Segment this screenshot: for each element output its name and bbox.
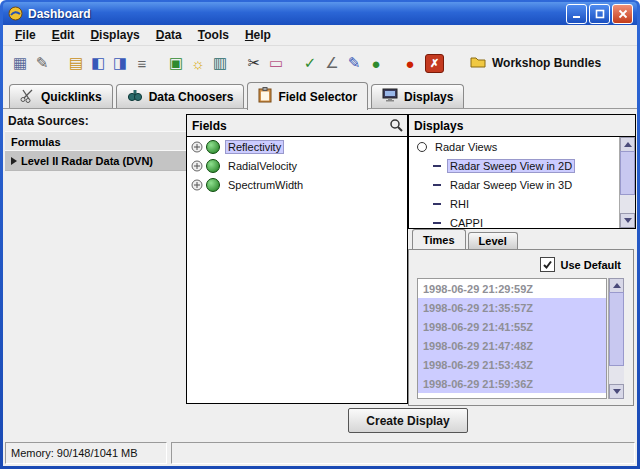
data-sources-header: Data Sources:: [8, 114, 89, 128]
tree-leaf-icon: [433, 184, 441, 186]
open-bundle-icon[interactable]: ▤: [65, 52, 87, 74]
fields-panel-header: Fields: [187, 115, 407, 137]
use-default-checkbox[interactable]: [540, 257, 555, 272]
scroll-down-icon[interactable]: [609, 384, 624, 399]
draw-icon[interactable]: ✎: [343, 52, 365, 74]
tab-data-choosers[interactable]: Data Choosers: [116, 84, 245, 108]
create-display-button[interactable]: Create Display: [348, 408, 468, 433]
data-source-label: Level II Radar Data (DVN): [21, 155, 153, 167]
field-row-spectrumwidth[interactable]: SpectrumWidth: [187, 175, 407, 194]
data-source-label: Formulas: [11, 136, 61, 148]
display-type-row[interactable]: Radar Sweep View in 2D: [409, 156, 635, 175]
menu-data[interactable]: Data: [148, 26, 190, 44]
client-area: File Edit Displays Data Tools Help ▦ ✎ ▤…: [3, 25, 637, 466]
close-button[interactable]: [612, 4, 633, 24]
field-label: Reflectivity: [225, 140, 284, 154]
display-type-label: Radar Sweep View in 3D: [447, 178, 575, 192]
save-bundle-icon[interactable]: ◧: [87, 52, 109, 74]
display-type-row[interactable]: CAPPI: [409, 213, 635, 228]
menu-tools[interactable]: Tools: [190, 26, 237, 44]
workshop-bundles-menu[interactable]: Workshop Bundles: [470, 54, 601, 72]
menu-file[interactable]: File: [7, 26, 44, 44]
tree-expander-icon[interactable]: [191, 141, 203, 153]
scroll-up-icon[interactable]: [609, 278, 624, 293]
displays-scrollbar[interactable]: [619, 137, 635, 228]
tree-leaf-icon: [433, 165, 441, 167]
tree-expander-icon[interactable]: [191, 179, 203, 191]
field-label: SpectrumWidth: [225, 178, 306, 192]
minimize-button[interactable]: [566, 4, 587, 24]
displays-root-row[interactable]: Radar Views: [409, 137, 635, 156]
scroll-up-icon[interactable]: [620, 137, 635, 152]
console-icon[interactable]: ▥: [209, 52, 231, 74]
maximize-button[interactable]: [589, 4, 610, 24]
displays-header-label: Displays: [414, 119, 463, 133]
globe-icon[interactable]: ●: [365, 52, 387, 74]
show-dashboard-icon[interactable]: ▦: [9, 52, 31, 74]
tab-label: Displays: [404, 90, 453, 104]
erase-icon[interactable]: ▭: [265, 52, 287, 74]
window-title: Dashboard: [28, 7, 561, 21]
scrollbar-thumb[interactable]: [620, 151, 635, 195]
status-message-area: [171, 442, 635, 464]
print-icon[interactable]: ≡: [131, 52, 153, 74]
time-item[interactable]: 1998-06-29 21:53:43Z: [418, 355, 606, 374]
save-favorite-icon[interactable]: ◨: [109, 52, 131, 74]
field-selector-content: Data Sources: Formulas Level II Radar Da…: [3, 109, 637, 438]
data-source-formulas[interactable]: Formulas: [5, 131, 190, 152]
tab-label: Field Selector: [278, 90, 357, 104]
time-item[interactable]: 1998-06-29 21:41:55Z: [418, 317, 606, 336]
display-type-label: RHI: [447, 197, 472, 211]
display-type-label: Radar Sweep View in 2D: [447, 159, 575, 173]
field-sphere-icon: [206, 159, 220, 173]
times-level-tab-bar: Times Level: [408, 230, 634, 249]
field-selector-icon: [258, 87, 272, 106]
menu-help[interactable]: Help: [237, 26, 279, 44]
tip-of-day-icon[interactable]: ▣: [165, 52, 187, 74]
idea-bulb-icon[interactable]: ☼: [187, 52, 209, 74]
use-default-label: Use Default: [560, 259, 621, 271]
tree-node-icon: [417, 142, 427, 152]
record-icon[interactable]: ●: [399, 52, 421, 74]
display-type-row[interactable]: RHI: [409, 194, 635, 213]
field-row-radialvelocity[interactable]: RadialVelocity: [187, 156, 407, 175]
main-tab-bar: Quicklinks Data Choosers Field Selector …: [3, 81, 637, 109]
tree-leaf-icon: [433, 222, 441, 224]
edit-formulas-icon[interactable]: ✎: [31, 52, 53, 74]
scroll-down-icon[interactable]: [620, 213, 635, 228]
measure-icon[interactable]: ∠: [321, 52, 343, 74]
select-icon[interactable]: ✓: [299, 52, 321, 74]
memory-status: Memory: 90/148/1041 MB: [5, 442, 167, 464]
fields-tree: Reflectivity RadialVelocity: [187, 137, 407, 403]
tab-quicklinks[interactable]: Quicklinks: [9, 84, 113, 108]
time-item[interactable]: 1998-06-29 21:35:57Z: [418, 298, 606, 317]
dashboard-window: Dashboard File Edit Displays Data Tools …: [0, 0, 640, 469]
scrollbar-thumb[interactable]: [609, 292, 624, 366]
times-scrollbar[interactable]: [608, 278, 624, 399]
tab-displays[interactable]: Displays: [371, 84, 464, 108]
tab-level[interactable]: Level: [468, 232, 518, 249]
menu-bar: File Edit Displays Data Tools Help: [3, 25, 637, 46]
cut-icon[interactable]: ✂: [243, 52, 265, 74]
display-type-label: CAPPI: [447, 216, 486, 229]
menu-displays[interactable]: Displays: [82, 26, 147, 44]
displays-icon: [382, 88, 398, 105]
field-label: RadialVelocity: [225, 159, 300, 173]
title-bar[interactable]: Dashboard: [3, 2, 637, 25]
tab-label: Data Choosers: [149, 90, 234, 104]
tab-times[interactable]: Times: [412, 229, 466, 249]
time-item[interactable]: 1998-06-29 21:29:59Z: [418, 279, 606, 298]
search-icon[interactable]: [389, 118, 403, 135]
tab-field-selector[interactable]: Field Selector: [247, 82, 368, 110]
field-row-reflectivity[interactable]: Reflectivity: [187, 137, 407, 156]
times-list: 1998-06-29 21:29:59Z 1998-06-29 21:35:57…: [417, 278, 607, 399]
data-source-level2-radar[interactable]: Level II Radar Data (DVN): [5, 150, 190, 171]
display-type-row[interactable]: Radar Sweep View in 3D: [409, 175, 635, 194]
quicklinks-icon: [20, 88, 35, 106]
tree-expander-icon[interactable]: [191, 160, 203, 172]
menu-edit[interactable]: Edit: [44, 26, 83, 44]
stop-icon[interactable]: ✗: [425, 54, 444, 73]
displays-root-label: Radar Views: [432, 140, 500, 154]
time-item[interactable]: 1998-06-29 21:59:36Z: [418, 374, 606, 393]
time-item[interactable]: 1998-06-29 21:47:48Z: [418, 336, 606, 355]
